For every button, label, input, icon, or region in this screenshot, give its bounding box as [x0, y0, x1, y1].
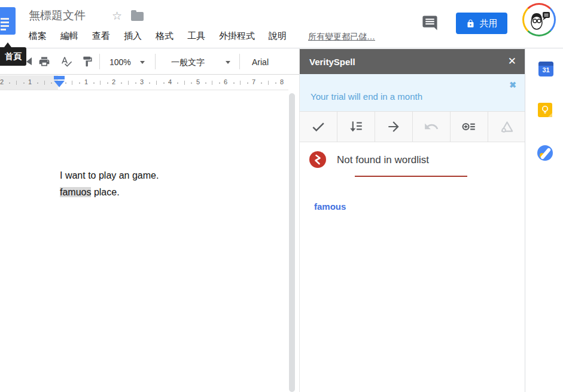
ruler-number: 1: [84, 78, 88, 85]
ruler-tick: [65, 82, 66, 84]
calendar-icon-top: [538, 62, 553, 66]
font-select[interactable]: Arial: [252, 57, 269, 67]
paint-format-icon[interactable]: [81, 56, 93, 68]
move-folder-icon[interactable]: [131, 12, 144, 21]
document-text[interactable]: I want to play an game. famuos place.: [60, 167, 159, 201]
calendar-day: 31: [538, 66, 553, 74]
menu-item-2[interactable]: 編輯: [60, 30, 78, 42]
ruler-number: 6: [224, 78, 227, 85]
doc-line-2-rest: place.: [91, 187, 119, 197]
ruler-tick: [212, 81, 212, 85]
share-button-label: 共用: [480, 18, 498, 29]
menubar: 檔案編輯查看插入格式工具外掛程式說明: [29, 30, 287, 42]
ruler-number: 4: [168, 78, 172, 85]
ruler-tick: [191, 82, 192, 84]
ruler-tick: [107, 82, 108, 84]
ruler-tick: [128, 81, 129, 85]
ruler-tick: [121, 82, 122, 84]
verityspell-panel: VeritySpell ✕ Your trial will end in a m…: [299, 48, 525, 392]
ruler-number: 2: [0, 78, 4, 85]
style-dropdown-arrow-icon[interactable]: [226, 61, 230, 64]
ruler-tick: [44, 81, 45, 85]
ruler-tick: [184, 81, 185, 85]
home-tooltip-label: 首頁: [5, 51, 22, 62]
ruler-tick: [205, 82, 206, 84]
document-scrollbar[interactable]: [289, 93, 295, 392]
toolbar-divider: [99, 54, 100, 69]
google-docs-window: 無標題文件 ☆ 檔案編輯查看插入格式工具外掛程式說明 所有變更都已儲… 共用: [0, 0, 563, 392]
notice-dismiss-icon[interactable]: ✖: [509, 80, 516, 90]
account-avatar[interactable]: [522, 3, 556, 36]
paragraph-style-select[interactable]: 一般文字: [171, 57, 205, 68]
zoom-dropdown-arrow-icon[interactable]: [140, 61, 145, 64]
spellcheck-icon[interactable]: [60, 56, 72, 68]
ruler-tick: [275, 82, 276, 84]
ruler-number: 3: [140, 78, 144, 85]
menu-item-8[interactable]: 說明: [269, 30, 287, 42]
menu-item-6[interactable]: 工具: [187, 30, 205, 42]
ruler-tick: [240, 81, 241, 85]
document-page[interactable]: I want to play an game. famuos place.: [0, 91, 288, 392]
ruler-tick: [100, 81, 101, 85]
toolbar-divider: [239, 54, 240, 69]
ruler-tick: [247, 82, 248, 84]
undo-icon: [413, 112, 451, 142]
print-icon[interactable]: [38, 56, 50, 68]
add-to-wordlist-icon[interactable]: [451, 112, 488, 142]
trial-notice-text: Your trial will end in a month: [311, 91, 422, 102]
sort-list-icon[interactable]: [337, 112, 375, 142]
ruler-tick: [149, 82, 150, 84]
ruler-tick: [233, 82, 235, 84]
ruler-number: 2: [112, 78, 115, 85]
ruler-number: 7: [252, 78, 255, 85]
panel-title: VeritySpell: [309, 57, 355, 67]
ruler-tick: [51, 82, 52, 84]
menu-item-1[interactable]: 檔案: [29, 30, 47, 42]
doc-line-1[interactable]: I want to play an game.: [60, 167, 159, 184]
lock-icon: [466, 19, 475, 28]
not-found-icon: [309, 151, 326, 168]
ruler-tick: [72, 81, 72, 85]
menu-item-3[interactable]: 查看: [92, 30, 110, 42]
warning-disabled-icon: [488, 112, 525, 142]
menu-item-4[interactable]: 插入: [124, 30, 142, 42]
calendar-icon[interactable]: 31: [538, 62, 553, 76]
document-title[interactable]: 無標題文件: [29, 8, 86, 23]
accept-check-icon[interactable]: [300, 112, 337, 142]
misspelled-word[interactable]: famuos: [60, 187, 91, 197]
result-divider: [355, 176, 467, 177]
panel-close-icon[interactable]: ✕: [508, 55, 516, 68]
ruler-tick: [156, 81, 157, 85]
ruler[interactable]: 2112345678: [0, 75, 288, 90]
side-companion-bar: 31: [525, 48, 563, 392]
first-line-indent-marker[interactable]: [54, 76, 65, 79]
save-status[interactable]: 所有變更都已儲…: [308, 32, 375, 42]
status-text: Not found in wordlist: [337, 154, 429, 166]
comments-button[interactable]: [421, 14, 439, 32]
ruler-tick: [135, 82, 136, 84]
ruler-number: 1: [28, 78, 32, 85]
comment-icon: [421, 14, 439, 32]
google-docs-logo-icon[interactable]: [0, 7, 16, 35]
ruler-number: 5: [196, 78, 200, 85]
ruler-tick: [23, 82, 25, 84]
menu-item-7[interactable]: 外掛程式: [219, 30, 255, 42]
arrow-next-icon[interactable]: [375, 112, 413, 142]
tasks-icon[interactable]: [537, 145, 553, 161]
toolbar-divider: [155, 54, 156, 69]
ruler-tick: [268, 81, 269, 85]
share-button[interactable]: 共用: [456, 13, 507, 34]
menu-item-5[interactable]: 格式: [156, 30, 174, 42]
ruler-tick: [219, 82, 220, 84]
ruler-tick: [163, 82, 165, 84]
ruler-tick: [16, 81, 17, 85]
star-icon[interactable]: ☆: [112, 9, 122, 23]
home-tooltip: 首頁: [0, 47, 26, 66]
ruler-tick: [93, 82, 95, 84]
suggestion-link[interactable]: famous: [314, 201, 346, 212]
doc-line-2[interactable]: famuos place.: [60, 184, 159, 201]
keep-icon[interactable]: [538, 103, 552, 117]
ruler-tick: [37, 82, 38, 84]
zoom-select[interactable]: 100%: [109, 57, 131, 67]
left-indent-marker[interactable]: [54, 81, 65, 87]
